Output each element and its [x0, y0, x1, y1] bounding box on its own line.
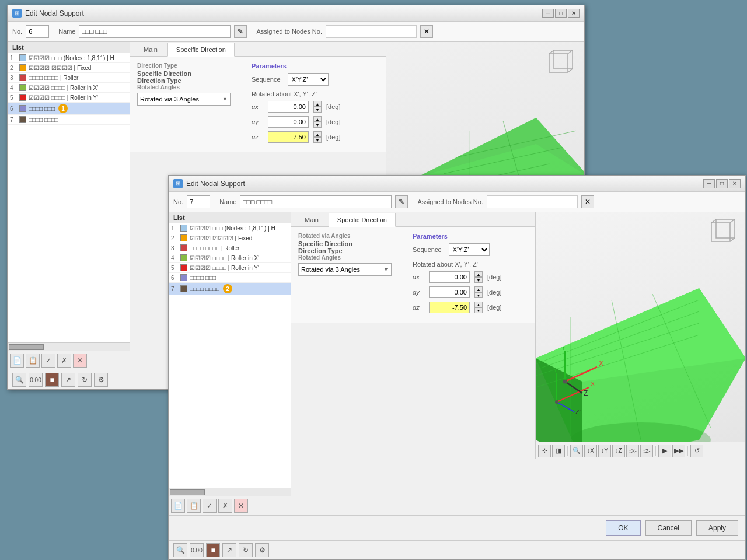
ax-down-2[interactable]: ▼ [474, 277, 483, 283]
assigned-clear-btn-2[interactable]: ✕ [581, 195, 594, 208]
minimize-btn-2[interactable]: ─ [703, 179, 715, 188]
rotate-btn-1[interactable]: ↻ [78, 373, 92, 387]
title-controls-1[interactable]: ─ □ ✕ [542, 9, 580, 18]
minimize-btn-1[interactable]: ─ [542, 9, 554, 18]
zero-btn-1[interactable]: 0.00 [29, 373, 43, 387]
name-input-2[interactable] [240, 195, 392, 208]
arrow-btn-1[interactable]: ↗ [61, 373, 75, 387]
ax-spin-2[interactable]: ▲ ▼ [474, 271, 483, 283]
title-bar-2[interactable]: ⊞ Edit Nodal Support ─ □ ✕ [169, 176, 745, 192]
hscrollbar-1[interactable] [8, 342, 130, 351]
check-btn-2[interactable]: ✓ [203, 499, 217, 513]
copy-btn-2[interactable]: 📋 [187, 499, 201, 513]
delete-btn-2[interactable]: ✕ [234, 499, 248, 513]
check-btn-1[interactable]: ✓ [41, 354, 55, 368]
ay-input-1[interactable] [268, 116, 309, 128]
assigned-clear-btn-1[interactable]: ✕ [420, 25, 433, 38]
vp-btn-x-2[interactable]: ↕X [584, 444, 597, 457]
vp-btn-zn-2[interactable]: ↕Z- [640, 444, 653, 457]
no-input-1[interactable] [26, 25, 49, 38]
az-input-2[interactable] [429, 302, 470, 313]
ok-button-2[interactable]: OK [606, 520, 640, 536]
list-item-1-1[interactable]: 1 ☑☑☑☑ □□□ (Nodes : 1,8,11) | H [8, 53, 130, 63]
list-item-1-6[interactable]: 6 □□□□ □□□ 1 [8, 103, 130, 115]
tab-main-2[interactable]: Main [296, 213, 327, 227]
ay-up-2[interactable]: ▲ [474, 286, 483, 292]
az-spin-1[interactable]: ▲ ▼ [313, 131, 322, 143]
new-btn-1[interactable]: 📄 [10, 354, 24, 368]
rotate-btn-2[interactable]: ↻ [239, 543, 253, 557]
ay-input-2[interactable] [429, 286, 470, 298]
hscroll-thumb-2[interactable] [170, 489, 205, 495]
ax-down-1[interactable]: ▼ [313, 107, 322, 113]
apply-button-2[interactable]: Apply [696, 520, 738, 536]
list-item-2-1[interactable]: 1 ☑☑☑☑ □□□ (Nodes : 1,8,11) | H [169, 223, 291, 233]
delete-btn-1[interactable]: ✕ [73, 354, 87, 368]
direction-type-dropdown-2[interactable]: Rotated via 3 Angles ▼ [298, 263, 392, 276]
az-down-1[interactable]: ▼ [313, 137, 322, 143]
maximize-btn-2[interactable]: □ [716, 179, 728, 188]
zero-btn-2[interactable]: 0.00 [190, 543, 204, 557]
assigned-input-2[interactable] [487, 195, 578, 208]
close-btn-1[interactable]: ✕ [568, 9, 580, 18]
no-input-2[interactable] [187, 195, 210, 208]
uncheck-btn-1[interactable]: ✗ [57, 354, 71, 368]
ay-spin-2[interactable]: ▲ ▼ [474, 286, 483, 298]
direction-type-dropdown-1[interactable]: Rotated via 3 Angles ▼ [137, 93, 231, 106]
list-item-2-6[interactable]: 6 □□□□ □□□ [169, 273, 291, 283]
cancel-button-2[interactable]: Cancel [645, 520, 692, 536]
search-btn-1[interactable]: 🔍 [12, 373, 26, 387]
vp-btn-view-2[interactable]: ◨ [552, 444, 565, 457]
tab-main-1[interactable]: Main [135, 43, 166, 57]
az-input-1[interactable] [268, 131, 309, 143]
tab-specific-direction-2[interactable]: Specific Direction [329, 213, 396, 227]
az-down-2[interactable]: ▼ [474, 307, 483, 313]
list-item-1-5[interactable]: 5 ☑☑☑☑ □□□□ | Roller in Y' [8, 93, 130, 103]
title-bar-1[interactable]: ⊞ Edit Nodal Support ─ □ ✕ [8, 5, 584, 22]
arrow-btn-2[interactable]: ↗ [222, 543, 236, 557]
copy-btn-1[interactable]: 📋 [26, 354, 40, 368]
tab-specific-direction-1[interactable]: Specific Direction [167, 43, 235, 57]
az-up-2[interactable]: ▲ [474, 302, 483, 307]
name-edit-btn-2[interactable]: ✎ [395, 195, 408, 208]
az-spin-2[interactable]: ▲ ▼ [474, 302, 483, 313]
ax-input-1[interactable] [268, 101, 309, 113]
list-item-2-4[interactable]: 4 ☑☑☑☑ □□□□ | Roller in X' [169, 253, 291, 263]
settings-btn-1[interactable]: ⚙ [94, 373, 108, 387]
fill-btn-1[interactable]: ■ [45, 373, 59, 387]
vp-btn-reset-2[interactable]: ↺ [690, 444, 703, 457]
list-item-2-5[interactable]: 5 ☑☑☑☑ □□□□ | Roller in Y' [169, 263, 291, 273]
title-controls-2[interactable]: ─ □ ✕ [703, 179, 741, 188]
sequence-select-2[interactable]: X'Y'Z' [449, 243, 490, 256]
hscrollbar-2[interactable] [169, 488, 291, 496]
ay-up-1[interactable]: ▲ [313, 116, 322, 122]
ay-down-1[interactable]: ▼ [313, 122, 322, 128]
fill-btn-2[interactable]: ■ [206, 543, 220, 557]
vp-btn-cursor-2[interactable]: ⊹ [538, 444, 551, 457]
ay-down-2[interactable]: ▼ [474, 292, 483, 298]
list-item-1-2[interactable]: 2 ☑☑☑☑ ☑☑☑☑ | Fixed [8, 63, 130, 73]
list-item-1-3[interactable]: 3 □□□□ □□□□ | Roller [8, 73, 130, 83]
settings-btn-2[interactable]: ⚙ [255, 543, 269, 557]
name-input-1[interactable] [79, 25, 231, 38]
ay-spin-1[interactable]: ▲ ▼ [313, 116, 322, 128]
vp-btn-arr-2[interactable]: ▶ [658, 444, 671, 457]
ax-input-2[interactable] [429, 271, 470, 283]
hscroll-thumb-1[interactable] [9, 344, 44, 350]
vp-btn-arr2-2[interactable]: ▶▶ [672, 444, 685, 457]
az-up-1[interactable]: ▲ [313, 131, 322, 137]
name-edit-btn-1[interactable]: ✎ [234, 25, 247, 38]
assigned-input-1[interactable] [326, 25, 417, 38]
list-item-1-7[interactable]: 7 □□□□ □□□□ [8, 115, 130, 125]
maximize-btn-1[interactable]: □ [555, 9, 567, 18]
vp-btn-z-2[interactable]: ↕Z [612, 444, 625, 457]
ax-up-1[interactable]: ▲ [313, 101, 322, 107]
list-item-2-7[interactable]: 7 □□□□ □□□□ 2 [169, 283, 291, 295]
uncheck-btn-2[interactable]: ✗ [218, 499, 232, 513]
search-btn-2[interactable]: 🔍 [173, 543, 187, 557]
close-btn-2[interactable]: ✕ [729, 179, 741, 188]
new-btn-2[interactable]: 📄 [171, 499, 185, 513]
vp-btn-y-2[interactable]: ↕Y [598, 444, 611, 457]
list-item-2-2[interactable]: 2 ☑☑☑☑ ☑☑☑☑ | Fixed [169, 233, 291, 243]
sequence-select-1[interactable]: X'Y'Z' [288, 73, 329, 86]
